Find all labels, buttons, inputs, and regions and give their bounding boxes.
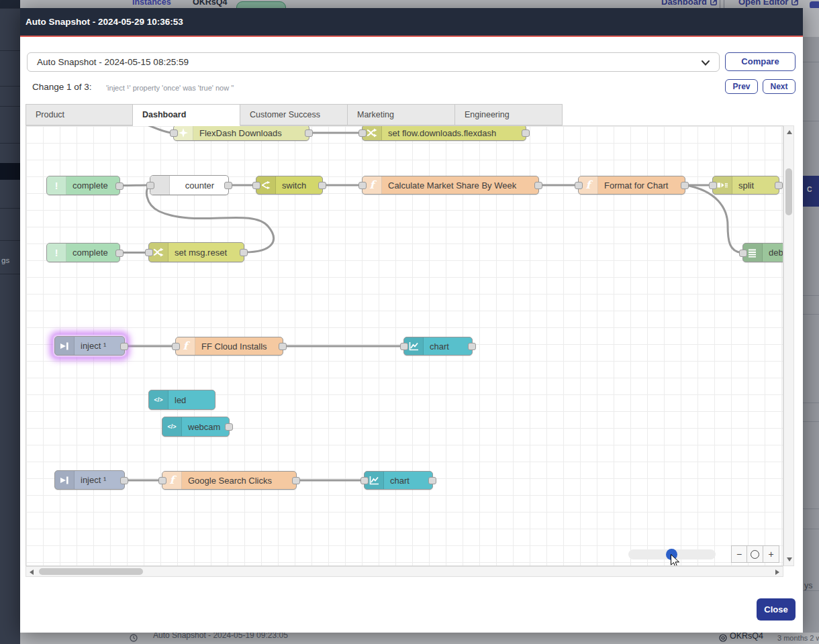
node-input-port[interactable] xyxy=(358,182,367,189)
chevron-down-icon xyxy=(702,60,710,66)
node-output-port[interactable] xyxy=(224,182,232,189)
flow-node-ff-cloud-installs[interactable]: fFF Cloud Installs xyxy=(175,337,283,356)
external-link-icon xyxy=(710,0,717,5)
breadcrumb-instances[interactable]: Instances xyxy=(132,0,171,7)
node-label: inject ¹ xyxy=(75,471,124,489)
zoom-out-button[interactable]: − xyxy=(731,545,747,563)
flow-node-chart-1[interactable]: chart xyxy=(403,337,473,356)
open-editor-link[interactable]: Open Editor xyxy=(738,0,798,7)
node-input-port[interactable] xyxy=(709,182,717,189)
horizontal-scrollbar[interactable] xyxy=(26,566,783,577)
node-input-port[interactable] xyxy=(739,250,747,257)
snapshot-select-value: Auto Snapshot - 2024-05-15 08:25:59 xyxy=(37,57,189,67)
node-output-port[interactable] xyxy=(240,249,248,256)
node-label: complete xyxy=(66,176,119,195)
zoom-slider[interactable] xyxy=(628,549,716,559)
node-output-port[interactable] xyxy=(522,129,530,137)
node-output-port[interactable] xyxy=(305,129,313,137)
flow-node-debug[interactable]: debug xyxy=(742,243,783,262)
zoom-in-button[interactable]: + xyxy=(763,545,779,563)
tab-customer-success[interactable]: Customer Success xyxy=(240,104,348,125)
scroll-left-arrow[interactable] xyxy=(30,570,34,575)
project-row-label: OKRsQ4 xyxy=(730,633,763,641)
zoom-reset-icon xyxy=(751,550,759,559)
vertical-scrollbar[interactable] xyxy=(783,125,794,566)
node-output-port[interactable] xyxy=(318,182,326,189)
next-button[interactable]: Next xyxy=(763,79,796,94)
node-output-port[interactable] xyxy=(120,477,128,484)
node-output-port[interactable] xyxy=(120,343,128,350)
node-label: complete xyxy=(66,244,119,262)
node-input-port[interactable] xyxy=(172,343,180,350)
scroll-down-arrow[interactable] xyxy=(787,557,792,561)
node-input-port[interactable] xyxy=(170,129,178,137)
topbar-corner-button[interactable] xyxy=(810,1,819,8)
node-output-port[interactable] xyxy=(225,423,233,431)
node-input-port[interactable] xyxy=(158,477,166,484)
node-input-port[interactable] xyxy=(146,182,154,189)
node-output-port[interactable] xyxy=(428,477,436,484)
breadcrumb-project[interactable]: OKRsQ4 xyxy=(193,0,227,7)
node-output-port[interactable] xyxy=(115,250,124,257)
sidebar-item-label-fragment[interactable]: gs xyxy=(1,256,9,264)
change-description: 'inject ¹' property 'once' was 'true' no… xyxy=(106,84,509,92)
node-label: chart xyxy=(424,337,472,355)
template-icon: </> xyxy=(149,390,168,409)
zoom-slider-thumb[interactable] xyxy=(666,549,677,560)
node-label: counter xyxy=(170,176,228,195)
dashboard-link[interactable]: Dashboard xyxy=(661,0,717,7)
dialog-header: Auto Snapshot - 2024-05-29 10:36:53 xyxy=(20,8,803,37)
flow-node-complete-2[interactable]: !complete xyxy=(46,243,120,262)
app-topbar: Instances OKRsQ4 Dashboard Open Editor xyxy=(20,0,819,8)
compare-button[interactable]: Compare xyxy=(725,52,796,71)
flow-node-split[interactable]: split xyxy=(712,176,779,195)
scroll-right-arrow[interactable] xyxy=(775,570,779,575)
flow-node-flexdash-downloads[interactable]: FlexDash Downloads xyxy=(173,125,309,141)
flow-node-format-for-chart[interactable]: fFormat for Chart xyxy=(578,176,685,195)
flow-node-switch[interactable]: switch xyxy=(256,176,323,195)
node-output-port[interactable] xyxy=(534,182,542,189)
change-counter: Change 1 of 3: 'inject ¹' property 'once… xyxy=(32,82,92,92)
node-input-port[interactable] xyxy=(358,129,367,137)
vertical-scroll-thumb[interactable] xyxy=(785,168,792,215)
flow-node-set-flow-downloads-flexdash[interactable]: set flow.downloads.flexdash xyxy=(362,125,526,141)
node-input-port[interactable] xyxy=(145,249,153,256)
flow-node-complete-1[interactable]: !complete xyxy=(46,176,120,195)
flow-node-inject-2[interactable]: inject ¹ xyxy=(54,470,125,490)
flow-node-counter[interactable]: counter xyxy=(150,175,229,195)
prev-button[interactable]: Prev xyxy=(725,79,758,94)
sidebar-active-item[interactable] xyxy=(0,163,20,180)
node-output-port[interactable] xyxy=(292,477,300,484)
node-label: set msg.reset xyxy=(168,243,244,262)
flow-node-chart-2[interactable]: chart xyxy=(364,471,433,490)
flow-node-google-search-clicks[interactable]: fGoogle Search Clicks xyxy=(162,471,297,490)
node-input-port[interactable] xyxy=(252,182,260,189)
node-output-port[interactable] xyxy=(775,182,783,189)
node-output-port[interactable] xyxy=(115,182,124,190)
flow-canvas[interactable]: FlexDash Downloadsset flow.downloads.fle… xyxy=(26,125,783,566)
node-output-port[interactable] xyxy=(468,343,476,350)
target-icon xyxy=(719,634,727,642)
flow-node-calculate-market-share[interactable]: fCalculate Market Share By Week xyxy=(362,176,539,195)
snapshot-select[interactable]: Auto Snapshot - 2024-05-15 08:25:59 xyxy=(27,52,720,72)
node-output-port[interactable] xyxy=(681,182,689,189)
flow-node-webcam[interactable]: </>webcam xyxy=(162,417,230,437)
node-label: inject ¹ xyxy=(75,337,124,355)
flow-node-led[interactable]: </>led xyxy=(148,390,215,410)
node-output-port[interactable] xyxy=(279,343,287,350)
flow-node-set-msg-reset[interactable]: set msg.reset xyxy=(148,242,244,262)
change-counter-label: Change 1 of 3: xyxy=(32,82,92,92)
tab-marketing[interactable]: Marketing xyxy=(348,104,455,125)
node-input-port[interactable] xyxy=(400,343,408,350)
tab-engineering[interactable]: Engineering xyxy=(455,104,563,125)
tab-product[interactable]: Product xyxy=(26,104,133,125)
node-input-port[interactable] xyxy=(575,182,583,189)
node-input-port[interactable] xyxy=(360,477,369,484)
zoom-reset-button[interactable] xyxy=(747,545,763,563)
zoom-controls: − + xyxy=(731,545,779,563)
horizontal-scroll-thumb[interactable] xyxy=(39,568,143,575)
close-button[interactable]: Close xyxy=(757,598,796,621)
tab-dashboard[interactable]: Dashboard xyxy=(133,104,240,126)
flow-node-inject-1[interactable]: inject ¹ xyxy=(54,336,125,356)
scroll-up-arrow[interactable] xyxy=(787,130,792,134)
